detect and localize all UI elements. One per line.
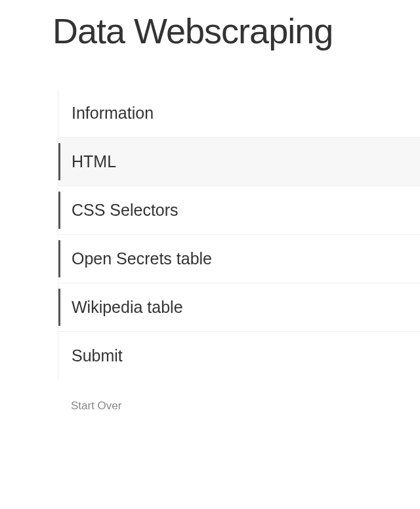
nav-indicator	[58, 143, 60, 180]
nav-item-open-secrets-table[interactable]: Open Secrets table	[58, 235, 420, 283]
nav-item-information[interactable]: Information	[58, 89, 420, 138]
nav-item-label: HTML	[72, 152, 116, 171]
start-over-link[interactable]: Start Over	[71, 399, 121, 413]
nav-indicator	[58, 289, 60, 326]
nav-item-css-selectors[interactable]: CSS Selectors	[58, 186, 420, 235]
nav-indicator	[58, 240, 60, 277]
nav-item-label: Wikipedia table	[72, 298, 183, 316]
page-title: Data Webscraping	[0, 0, 420, 51]
nav-item-label: Information	[72, 104, 154, 122]
nav-item-wikipedia-table[interactable]: Wikipedia table	[58, 283, 420, 332]
nav-item-html[interactable]: HTML	[58, 138, 420, 186]
nav-item-label: CSS Selectors	[72, 201, 178, 219]
nav-item-label: Open Secrets table	[72, 249, 212, 268]
nav-item-label: Submit	[72, 346, 123, 365]
nav-list: Information HTML CSS Selectors Open Secr…	[58, 89, 420, 380]
nav-item-submit[interactable]: Submit	[58, 332, 420, 380]
nav-indicator	[58, 192, 60, 229]
